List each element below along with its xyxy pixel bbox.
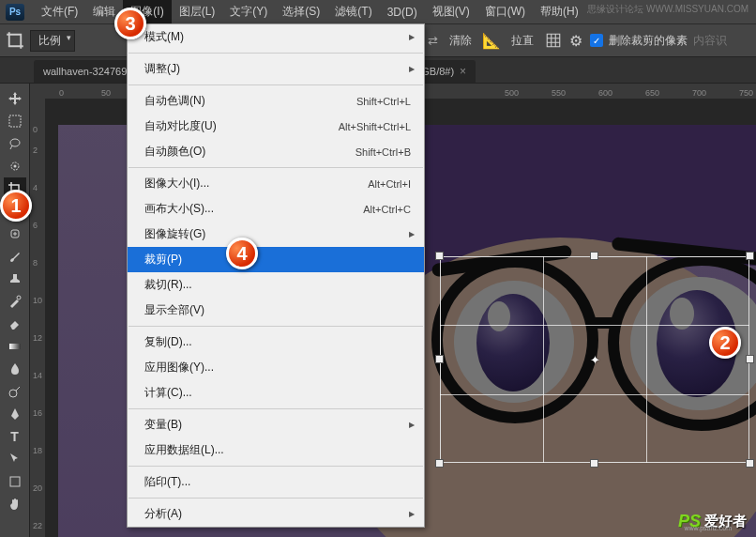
menu-duplicate[interactable]: 复制(D)...	[128, 330, 424, 355]
menu-help[interactable]: 帮助(H)	[533, 0, 586, 23]
menu-3d[interactable]: 3D(D)	[380, 2, 425, 23]
menu-autocontrast[interactable]: 自动对比度(U)Alt+Shift+Ctrl+L	[128, 114, 424, 139]
annotation-badge-1: 1	[0, 190, 32, 222]
menu-layer[interactable]: 图层(L)	[172, 0, 223, 23]
tab-filename: wallhaven-324769	[43, 66, 127, 77]
hand-tool[interactable]	[4, 493, 26, 514]
brush-tool[interactable]	[4, 245, 26, 267]
svg-point-1	[10, 139, 20, 146]
gear-icon[interactable]: ⚙	[567, 32, 584, 49]
crop-handle-r[interactable]	[746, 355, 754, 363]
marquee-tool[interactable]	[4, 110, 26, 131]
ratio-dropdown[interactable]: 比例	[30, 30, 75, 52]
menu-datasets[interactable]: 应用数据组(L)...	[128, 437, 424, 463]
menu-calculations[interactable]: 计算(C)...	[128, 380, 424, 406]
watermark-bottom: PS爱好者 www.psahz.com	[678, 512, 747, 531]
crop-handle-bl[interactable]	[435, 459, 444, 468]
svg-rect-0	[9, 115, 21, 127]
svg-rect-6	[9, 344, 21, 349]
delete-pixels-label: 删除裁剪的像素	[609, 33, 688, 49]
menu-variables[interactable]: 变量(B)	[128, 412, 424, 437]
menu-reveal[interactable]: 显示全部(V)	[128, 298, 424, 323]
crop-handle-br[interactable]	[746, 459, 754, 468]
menu-autocolor[interactable]: 自动颜色(O)Shift+Ctrl+B	[128, 139, 424, 164]
menu-analysis[interactable]: 分析(A)	[128, 501, 424, 527]
crop-handle-l[interactable]	[435, 355, 444, 363]
crop-handle-b[interactable]	[590, 459, 598, 468]
svg-point-5	[17, 296, 21, 299]
svg-point-7	[9, 390, 17, 397]
crop-tool-indicator-icon	[6, 31, 24, 50]
clear-button[interactable]: 清除	[444, 31, 477, 51]
path-select-tool[interactable]	[4, 448, 26, 469]
shape-tool[interactable]	[4, 470, 26, 492]
menu-trim[interactable]: 裁切(R)...	[128, 272, 424, 298]
quick-select-tool[interactable]	[4, 155, 26, 176]
crop-handle-t[interactable]	[590, 252, 598, 260]
crop-handle-tl[interactable]	[435, 252, 444, 260]
menu-rotate[interactable]: 图像旋转(G)	[128, 222, 424, 247]
menu-trap[interactable]: 陷印(T)...	[128, 469, 424, 495]
menu-window[interactable]: 窗口(W)	[477, 0, 533, 23]
menu-mode[interactable]: 模式(M)	[128, 24, 424, 50]
straighten-icon[interactable]: 📐	[483, 32, 500, 49]
menu-type[interactable]: 文字(Y)	[222, 0, 275, 23]
crop-center-icon: ✦	[590, 353, 600, 367]
menu-autotone[interactable]: 自动色调(N)Shift+Ctrl+L	[128, 88, 424, 114]
image-menu-dropdown: 模式(M) 调整(J) 自动色调(N)Shift+Ctrl+L 自动对比度(U)…	[127, 23, 425, 528]
menu-adjustments[interactable]: 调整(J)	[128, 56, 424, 82]
annotation-badge-2: 2	[709, 327, 741, 359]
delete-pixels-checkbox[interactable]: ✓	[590, 34, 603, 47]
annotation-badge-3: 3	[114, 8, 146, 39]
menu-file[interactable]: 文件(F)	[34, 0, 85, 23]
menu-crop[interactable]: 裁剪(P)	[128, 247, 424, 272]
crop-selection[interactable]: ✦	[440, 256, 749, 463]
eraser-tool[interactable]	[4, 313, 26, 334]
gradient-tool[interactable]	[4, 335, 26, 357]
move-tool[interactable]	[4, 87, 26, 109]
crop-handle-tr[interactable]	[746, 252, 754, 260]
ps-logo: Ps	[6, 4, 24, 21]
heal-tool[interactable]	[4, 222, 26, 244]
ruler-corner	[30, 84, 45, 99]
toolbar: T	[0, 84, 30, 537]
straighten-label: 拉直	[506, 31, 539, 51]
svg-point-3	[13, 164, 16, 167]
stamp-tool[interactable]	[4, 268, 26, 289]
history-brush-tool[interactable]	[4, 290, 26, 312]
menu-applyimage[interactable]: 应用图像(Y)...	[128, 355, 424, 380]
type-tool[interactable]: T	[4, 425, 26, 447]
menu-view[interactable]: 视图(V)	[425, 0, 477, 23]
swap-icon[interactable]: ⇄	[428, 34, 438, 48]
menu-filter[interactable]: 滤镜(T)	[327, 0, 379, 23]
tab-close-icon[interactable]: ×	[460, 65, 466, 78]
annotation-badge-4: 4	[226, 238, 258, 269]
grid-icon[interactable]	[545, 32, 562, 49]
watermark-top: 思缘设计论坛 WWW.MISSYUAN.COM	[587, 3, 748, 16]
dodge-tool[interactable]	[4, 380, 26, 402]
svg-rect-8	[10, 477, 20, 486]
menu-select[interactable]: 选择(S)	[275, 0, 327, 23]
ruler-vertical: 0246810121416182022	[30, 99, 45, 537]
lasso-tool[interactable]	[4, 132, 26, 154]
menu-imagesize[interactable]: 图像大小(I)...Alt+Ctrl+I	[128, 171, 424, 196]
content-aware-label: 内容识	[693, 33, 727, 49]
pen-tool[interactable]	[4, 403, 26, 424]
menu-canvassize[interactable]: 画布大小(S)...Alt+Ctrl+C	[128, 196, 424, 222]
blur-tool[interactable]	[4, 358, 26, 379]
